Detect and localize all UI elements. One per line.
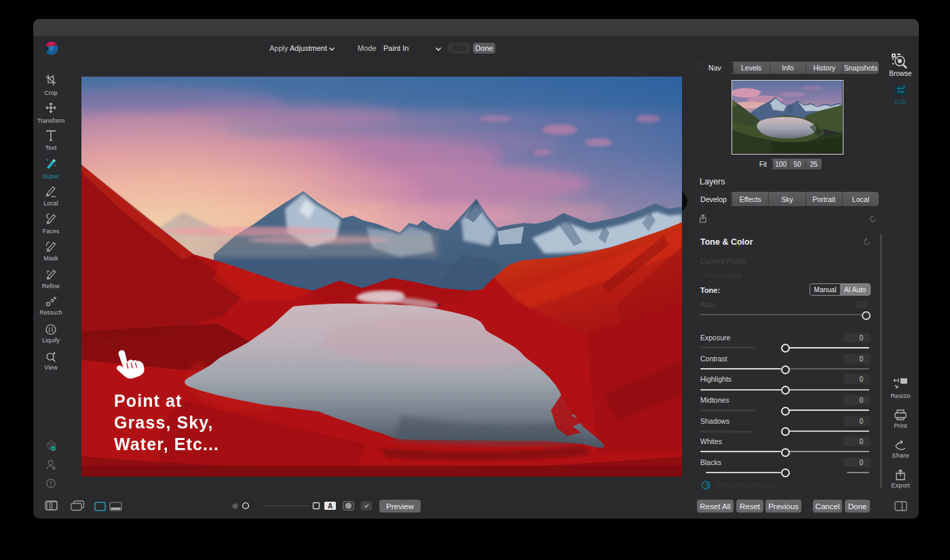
svg-text:A: A bbox=[328, 502, 332, 510]
